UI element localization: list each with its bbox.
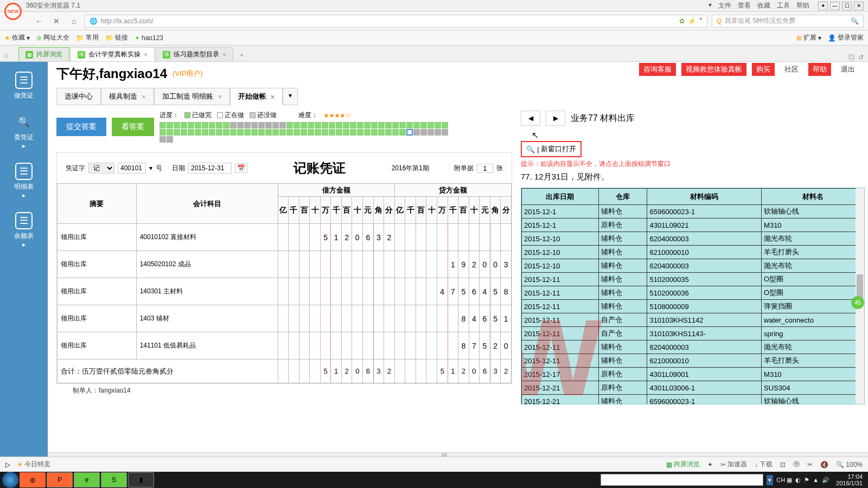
tb-app-5[interactable]: ▮ [128,472,154,487]
url-dropdown-icon[interactable]: ˅ [699,17,703,25]
menu-file[interactable]: 文件 [718,1,731,10]
ext-icon-1[interactable]: ✿ [679,17,685,25]
start-button[interactable] [2,472,18,488]
bm-ext[interactable]: ⊞扩展▾ [796,33,821,42]
crumb-course[interactable]: 选课中心 [56,88,101,105]
bm-fav[interactable]: ★收藏▾ [4,33,30,42]
win-close-icon[interactable]: ✕ [854,2,864,10]
horiz-scroll[interactable] [48,452,868,457]
popup-icon[interactable]: ✦ [707,461,713,468]
crumb-mold[interactable]: 模具制造× [101,88,154,105]
tab-accounting[interactable]: 练会计学堂真帐实操× [71,47,155,61]
tb-dropdown-icon[interactable]: ▾ [767,475,773,485]
deals-link[interactable]: ☀今日特卖 [17,460,50,469]
win-max-icon[interactable]: ☐ [842,2,852,10]
rail-search-voucher[interactable]: 🔍查凭证▸ [0,109,48,154]
tb-ime[interactable]: CH ▦ [776,477,792,484]
voucher-no-label: 号 [156,164,162,173]
status-play-icon[interactable]: ▷ [5,461,10,468]
win-tray-icon[interactable]: ✦ [818,2,828,10]
ext-icon-2[interactable]: ⚡ [688,17,696,25]
home-button[interactable]: ⌂ [67,15,80,28]
close-icon[interactable]: × [222,51,226,59]
tray-vol-icon[interactable]: 🔊 [822,477,829,484]
voucher-date-input[interactable] [188,163,232,174]
view-answer-button[interactable]: 看答案 [112,118,154,136]
taskbar-search[interactable] [601,474,763,486]
attach-count-input[interactable] [477,164,493,173]
tb-app-3[interactable]: e [74,472,100,487]
greeting: 下午好,fangxiao14 [56,65,167,82]
calendar-icon[interactable]: 📅 [235,163,247,173]
bm-sites[interactable]: ⊕网址大全 [36,33,69,42]
browser-titlebar: NEW 360安全浏览器 7.1 ▾ 文件 查看 收藏 工具 帮助 ✦ — ☐ … [0,0,868,12]
close-icon[interactable]: × [144,51,148,59]
attachment-table: 出库日期仓库材料编码材料名2015-12-1辅料仓6596000023-1软轴轴… [521,188,864,404]
rail-make-voucher[interactable]: ☰做凭证 [0,67,48,105]
bm-common[interactable]: 📁常用 [76,33,99,42]
community-link[interactable]: 社区 [780,63,803,76]
float-badge[interactable]: 45 [851,296,864,309]
tab-exercises[interactable]: 练练习题类型目录× [156,47,233,61]
voucher-number-input[interactable] [118,163,146,174]
clock[interactable]: 17:042016/1/31 [833,473,866,486]
new-tab-home-icon[interactable]: ⌂ [4,52,14,61]
zoom[interactable]: 🔍 100% [836,461,863,468]
tab-cross-screen[interactable]: ▦跨屏浏览 [18,47,69,61]
menu-dropdown-icon[interactable]: ▾ [709,1,712,10]
add-tab-button[interactable]: + [234,49,249,61]
crumb-start[interactable]: 开始做帐× [230,88,283,105]
submit-button[interactable]: 提交答案 [56,118,106,136]
win-min-icon[interactable]: — [830,2,840,10]
tb-app-4[interactable]: S [101,472,127,487]
voucher-word-select[interactable]: 记 [88,163,114,174]
tab-undo-icon[interactable]: ↺ [858,54,864,61]
cross-screen[interactable]: ▦ 跨屏浏览 [666,460,700,469]
mute-icon[interactable]: 🔇 [820,461,828,468]
menu-fav[interactable]: 收藏 [757,1,770,10]
crumb-proc[interactable]: 加工制造 明细账× [154,88,230,105]
progress-grid[interactable] [159,122,452,143]
stop-button[interactable]: ✕ [50,15,63,28]
address-bar: ← ✕ ⌂ 🌐 http://lx.acc5.com/ ✿ ⚡ ˅ Q 就算追尾… [0,12,868,30]
menu-help[interactable]: 帮助 [796,1,809,10]
menu-view[interactable]: 查看 [738,1,751,10]
search-icon[interactable]: 🔍 [851,17,859,25]
buy-button[interactable]: 购买 [752,63,775,76]
tb-app-2[interactable]: P [47,472,73,487]
tray-icon-3[interactable]: ▲ [813,477,819,483]
bm-hao123[interactable]: ✦hao123 [135,34,163,42]
menu-tools[interactable]: 工具 [777,1,790,10]
status-icon-3[interactable]: ✂ [807,461,813,468]
bm-links[interactable]: 📁链接 [105,33,128,42]
url-text: http://lx.acc5.com/ [101,17,676,25]
voucher-icon: ☰ [15,72,33,89]
search-box[interactable]: Q 就算追尾 5种情况也免费 🔍 [712,15,864,28]
accel[interactable]: ✂ 加速器 [720,460,747,469]
status-icon-1[interactable]: ⊡ [780,461,786,468]
tray-icon-2[interactable]: ⚑ [804,477,809,484]
download[interactable]: ↓ 下载 [755,460,773,469]
status-icon-2[interactable]: ⓔ [793,460,800,469]
bm-login[interactable]: 👤登录管家 [828,33,864,42]
crumb-more[interactable]: ▾ [283,88,298,105]
url-input[interactable]: 🌐 http://lx.acc5.com/ ✿ ⚡ ˅ [85,15,707,28]
attachment-area[interactable]: 出库日期仓库材料编码材料名2015-12-1辅料仓6596000023-1软轴轴… [521,188,865,404]
tray-icon-1[interactable]: ◐ [795,477,801,484]
tb-app-1[interactable]: ◍ [20,472,46,487]
browser-menu: ▾ 文件 查看 收藏 工具 帮助 [709,1,809,10]
tab-overflow-icon[interactable]: ⿻ [848,54,855,61]
help-button[interactable]: 帮助 [808,63,831,76]
rail-detail[interactable]: ☰明细表▸ [0,158,48,203]
logout-link[interactable]: 退出 [837,63,859,76]
open-new-window-button[interactable]: 🔍| 新窗口打开 [521,141,582,157]
left-rail: ☰做凭证 🔍查凭证▸ ☰明细表▸ ☰余额表▸ [0,62,48,457]
rail-balance[interactable]: ☰余额表▸ [0,208,48,253]
consult-button[interactable]: 咨询客服 [639,63,676,76]
browser-logo: NEW [4,3,22,20]
video-button[interactable]: 视频教您体验真帐 [681,63,746,76]
voucher-word-label: 凭证字 [66,164,85,173]
prev-task-button[interactable]: ◀ [521,111,540,126]
back-button[interactable]: ← [33,15,46,28]
next-task-button[interactable]: ▶ [546,111,565,126]
